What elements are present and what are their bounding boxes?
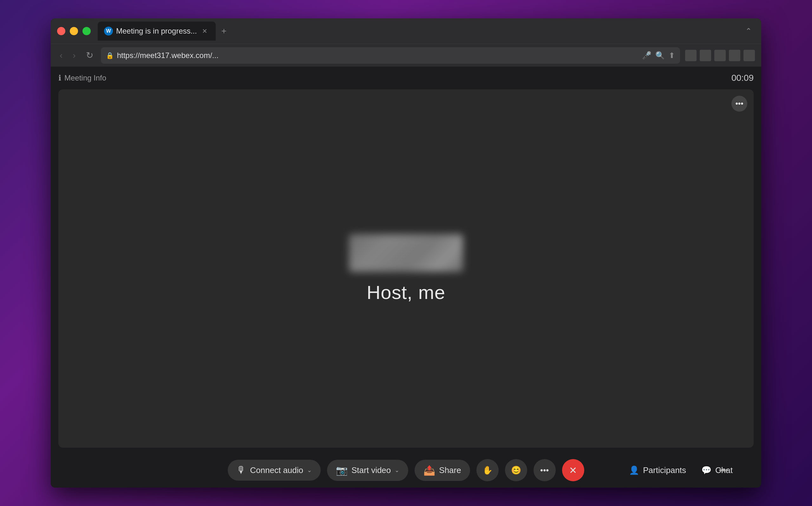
zoom-icon[interactable]: 🔍 — [655, 51, 665, 60]
chat-icon: 💬 — [701, 466, 712, 475]
minimize-button[interactable] — [70, 27, 78, 35]
more-options-icon: ••• — [735, 99, 743, 108]
video-dropdown-icon[interactable]: ⌄ — [395, 467, 399, 474]
lock-icon: 🔒 — [106, 52, 114, 59]
video-container: ••• Host, me — [58, 89, 754, 448]
forward-button[interactable]: › — [70, 48, 78, 63]
back-button[interactable]: ‹ — [57, 48, 65, 63]
extension-icon-4[interactable] — [729, 50, 740, 61]
traffic-lights — [57, 27, 91, 35]
close-button[interactable] — [57, 27, 65, 35]
raise-hand-icon: ✋ — [482, 466, 493, 475]
bottom-controls: 🎙 Connect audio ⌄ 📷 Start video ⌄ 📤 Shar… — [51, 453, 761, 488]
nav-bar: ‹ › ↻ 🔒 https://meet317.webex.com/... 🎤 … — [51, 44, 761, 67]
extension-icon-2[interactable] — [700, 50, 711, 61]
browser-window: W Meeting is in progress... ✕ + ⌃ ‹ › ↻ … — [51, 18, 761, 488]
share-icon: 📤 — [423, 465, 435, 476]
window-collapse-button[interactable]: ⌃ — [742, 25, 755, 37]
title-bar: W Meeting is in progress... ✕ + ⌃ — [51, 18, 761, 44]
extension-icon-3[interactable] — [714, 50, 726, 61]
share-button[interactable]: 📤 Share — [415, 460, 470, 481]
share-label: Share — [439, 466, 461, 475]
connect-audio-label: Connect audio — [250, 466, 303, 475]
mic-icon[interactable]: 🎤 — [642, 51, 651, 60]
info-icon: ℹ — [58, 74, 61, 82]
tab-close-button[interactable]: ✕ — [200, 26, 209, 36]
audio-icon: 🎙 — [237, 465, 246, 476]
meeting-area: ℹ Meeting Info 00:09 ⊞ Layout ••• Host, … — [51, 67, 761, 488]
meeting-timer: 00:09 — [731, 73, 754, 83]
tab-bar: W Meeting is in progress... ✕ + — [98, 21, 738, 40]
participants-button[interactable]: 👤 Participants — [626, 462, 689, 479]
more-button[interactable]: ••• — [534, 459, 556, 481]
more-options-button[interactable]: ••• — [731, 96, 747, 111]
favicon-letter: W — [106, 28, 111, 34]
start-video-button[interactable]: 📷 Start video ⌄ — [327, 460, 408, 481]
audio-dropdown-icon[interactable]: ⌄ — [307, 467, 312, 474]
tab-favicon: W — [104, 27, 113, 35]
extension-icon-1[interactable] — [685, 50, 697, 61]
new-tab-button[interactable]: + — [218, 24, 230, 38]
participants-icon: 👤 — [629, 466, 639, 475]
reactions-button[interactable]: 😊 — [505, 459, 527, 481]
meeting-top-bar: ℹ Meeting Info 00:09 — [51, 67, 761, 89]
end-call-button[interactable]: ✕ — [562, 459, 584, 481]
reactions-icon: 😊 — [511, 466, 521, 475]
address-actions: 🎤 🔍 ⬆ — [642, 51, 675, 60]
maximize-button[interactable] — [82, 27, 91, 35]
video-off-icon: 📷 — [336, 465, 348, 476]
participant-name: Host, me — [367, 281, 445, 304]
extension-icon-5[interactable] — [743, 50, 755, 61]
reload-button[interactable]: ↻ — [83, 48, 96, 63]
start-video-label: Start video — [351, 466, 391, 475]
end-call-icon: ✕ — [569, 465, 577, 476]
meeting-info[interactable]: ℹ Meeting Info — [58, 74, 106, 82]
share-page-icon[interactable]: ⬆ — [669, 51, 675, 60]
connect-audio-button[interactable]: 🎙 Connect audio ⌄ — [228, 460, 321, 481]
side-controls: 👤 Participants 💬 Chat ••• — [626, 462, 736, 479]
extension-bar — [685, 50, 755, 61]
address-text: https://meet317.webex.com/... — [117, 51, 639, 60]
participants-label: Participants — [643, 466, 686, 475]
participant-avatar — [349, 234, 463, 272]
raise-hand-button[interactable]: ✋ — [476, 459, 499, 481]
more-icon: ••• — [540, 466, 549, 475]
active-tab[interactable]: W Meeting is in progress... ✕ — [98, 21, 216, 40]
meeting-info-label: Meeting Info — [64, 74, 106, 82]
address-bar[interactable]: 🔒 https://meet317.webex.com/... 🎤 🔍 ⬆ — [101, 47, 680, 64]
participant-display: Host, me — [349, 234, 463, 304]
chat-button[interactable]: 💬 Chat — [698, 462, 736, 479]
tab-title: Meeting is in progress... — [116, 27, 197, 35]
controls-more-button[interactable]: ••• — [719, 465, 728, 475]
